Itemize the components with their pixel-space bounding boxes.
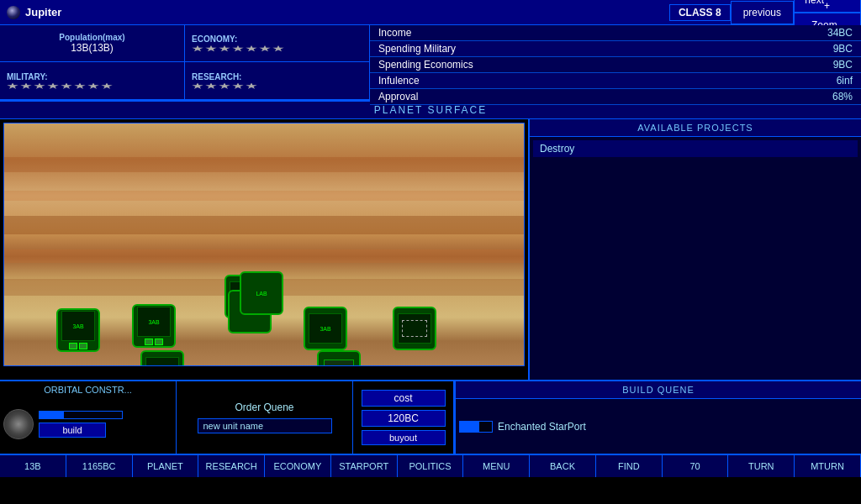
orbital-icon <box>3 409 34 439</box>
progress-bar-fill <box>40 412 64 418</box>
income-row: Spending Economics9BC <box>370 57 861 73</box>
military-rating <box>7 83 177 90</box>
stats-row: Population(max) 13B(13B) MILITARY: ECONO… <box>0 25 861 101</box>
nav-item-starport[interactable]: STARPORT <box>331 455 398 477</box>
income-row-label: Approval <box>370 89 726 105</box>
top-bar: Jupiter CLASS 8 previous next Zoom + Zoo… <box>0 0 861 25</box>
zoom-plus-button[interactable]: next Zoom + <box>794 0 861 13</box>
star-8 <box>101 83 113 90</box>
nav-item-70[interactable]: 70 <box>663 455 729 477</box>
population-label: Population(max) <box>7 33 177 42</box>
pop-military-col: Population(max) 13B(13B) MILITARY: <box>0 25 185 99</box>
nav-item-planet[interactable]: PLANET <box>133 455 199 477</box>
previous-button[interactable]: previous <box>731 1 794 24</box>
income-row-value: 68% <box>726 89 861 105</box>
economy-research-col: ECONOMY: RESEARCH: <box>185 25 370 99</box>
planet-name: Jupiter <box>25 6 61 18</box>
res-star-1 <box>192 83 203 90</box>
nav-item-menu[interactable]: MENU <box>463 455 530 477</box>
econ-star-1 <box>192 45 203 52</box>
income-table: Income34BCSpending Military9BCSpending E… <box>370 25 861 105</box>
economy-box: ECONOMY: <box>185 25 369 62</box>
build-queue-item: Enchanted StarPort <box>498 421 586 433</box>
econ-star-2 <box>205 45 217 52</box>
building-tile-2[interactable]: 3AB <box>132 304 176 348</box>
nav-item-13b[interactable]: 13B <box>0 455 66 477</box>
nav-item-back[interactable]: BACK <box>530 455 596 477</box>
building-tile-1[interactable]: 3AB <box>56 308 100 352</box>
progress-bar-container <box>39 411 123 419</box>
population-box: Population(max) 13B(13B) <box>0 25 184 62</box>
build-queue-header: BUILD QUENE <box>456 381 861 399</box>
project-destroy[interactable]: Destroy <box>533 140 858 157</box>
research-rating <box>192 83 362 90</box>
res-star-4 <box>232 83 244 90</box>
build-queue-content: Enchanted StarPort <box>456 399 861 454</box>
econ-star-6 <box>259 45 271 52</box>
unit-4 <box>155 339 163 345</box>
econ-star-5 <box>246 45 257 52</box>
income-row-value: 9BC <box>726 41 861 57</box>
research-label: RESEARCH: <box>192 72 362 81</box>
building-tile-8[interactable] <box>317 350 361 366</box>
star-7 <box>87 83 99 90</box>
buyout-button[interactable]: buyout <box>362 430 446 445</box>
unit-name-input[interactable] <box>198 418 332 433</box>
nav-item-economy[interactable]: ECONOMY <box>265 455 331 477</box>
star-6 <box>74 83 86 90</box>
building-inner-5 <box>398 313 431 344</box>
income-table-col: Income34BCSpending Military9BCSpending E… <box>370 25 861 99</box>
orbital-header: ORBITAL CONSTR... <box>3 385 172 395</box>
orbital-col: ORBITAL CONSTR... build <box>0 381 177 454</box>
building-tile-6[interactable]: LAB <box>240 271 283 315</box>
building-inner-2: 3AB <box>137 307 171 337</box>
income-row-value: 9BC <box>726 57 861 73</box>
income-row: Spending Military9BC <box>370 41 861 57</box>
building-tile-4[interactable]: 3AB <box>304 307 347 350</box>
planet-icon <box>7 6 20 19</box>
income-row-value: 6inf <box>726 73 861 89</box>
star-1 <box>7 83 18 90</box>
dashed-inner <box>402 320 427 337</box>
building-inner-4: 3AB <box>309 313 342 344</box>
cost-col: cost 120BC buyout <box>353 381 454 454</box>
unit-3 <box>145 339 153 345</box>
zoom-plus-label: Zoom + <box>824 0 850 12</box>
right-panel: AVAILABLE PROJECTS Destroy <box>528 119 861 380</box>
available-projects-header: AVAILABLE PROJECTS <box>530 119 861 137</box>
res-star-5 <box>246 83 257 90</box>
build-button[interactable]: build <box>39 423 106 438</box>
star-4 <box>47 83 59 90</box>
nav-item-find[interactable]: FIND <box>596 455 663 477</box>
nav-item-mturn[interactable]: MTURN <box>795 455 861 477</box>
building-units-2 <box>145 339 163 345</box>
nav-item-research[interactable]: RESEARCH <box>198 455 265 477</box>
building-tile-5[interactable] <box>393 307 436 350</box>
unit-1 <box>69 343 77 349</box>
zoom-next-label: next <box>805 0 824 6</box>
stripe-4 <box>4 249 524 263</box>
nav-item-turn[interactable]: TURN <box>728 455 795 477</box>
economy-rating <box>192 45 362 52</box>
building-inner-1: 3AB <box>61 311 95 341</box>
planet-surface: 3AB 3AB <box>3 123 525 366</box>
build-queue-right: BUILD QUENE Enchanted StarPort <box>454 381 861 454</box>
nav-item-1165bc[interactable]: 1165BC <box>66 455 133 477</box>
econ-star-3 <box>219 45 230 52</box>
income-row: Income34BC <box>370 25 861 41</box>
research-box: RESEARCH: <box>185 62 369 99</box>
building-units-1 <box>69 343 87 349</box>
nav-item-politics[interactable]: POLITICS <box>398 455 464 477</box>
build-queue-bar <box>459 421 493 433</box>
building-inner-8 <box>324 360 354 366</box>
population-value: 13B(13B) <box>7 42 177 54</box>
building-tile-7[interactable]: 45 <box>140 350 184 366</box>
economy-label: ECONOMY: <box>192 34 362 44</box>
econ-star-7 <box>272 45 284 52</box>
econ-star-4 <box>232 45 244 52</box>
star-5 <box>61 83 72 90</box>
income-row: Infulence6inf <box>370 73 861 89</box>
stripe-1 <box>4 157 524 172</box>
unit-2 <box>79 343 87 349</box>
order-queue-label: Order Quene <box>235 402 293 413</box>
